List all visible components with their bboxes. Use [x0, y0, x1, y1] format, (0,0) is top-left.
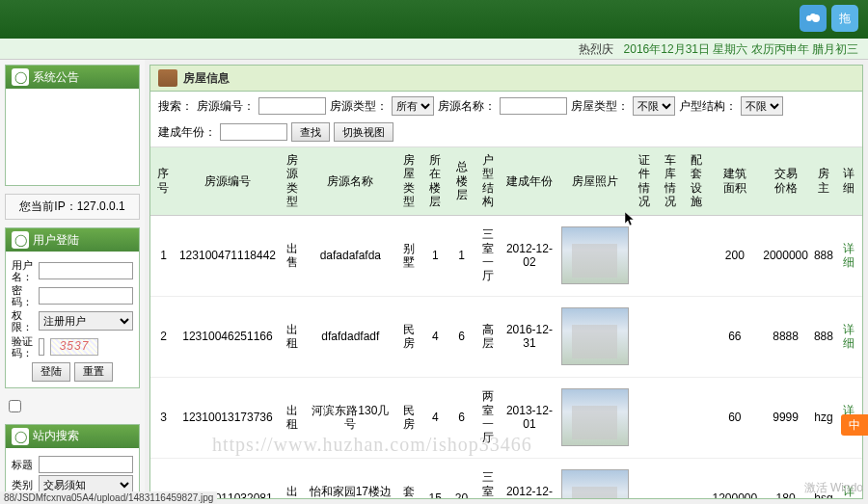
- layout-select[interactable]: 不限: [741, 96, 783, 116]
- cell-code: 123100471118442: [176, 215, 279, 296]
- captcha-image[interactable]: 3537: [50, 338, 98, 356]
- col-header: 交易价格: [760, 147, 811, 215]
- col-header: 总楼层: [448, 147, 475, 215]
- src-name-input[interactable]: [500, 97, 567, 115]
- cell-name: dafadafafda: [305, 215, 396, 296]
- house-thumb[interactable]: [561, 469, 629, 498]
- cell-garage: [658, 215, 684, 296]
- role-label: 权限：: [12, 309, 37, 332]
- cell-layout: 高层: [475, 296, 501, 377]
- username-label: 用户名：: [12, 259, 37, 282]
- role-select[interactable]: 注册用户: [39, 311, 133, 331]
- search-button[interactable]: 查找: [291, 122, 330, 142]
- panel-title: 用户登陆: [33, 232, 79, 249]
- cell-detail[interactable]: 详细: [836, 296, 862, 377]
- toggle-view-button[interactable]: 切换视图: [334, 122, 393, 142]
- year-input[interactable]: [220, 123, 287, 141]
- announce-icon: ◯: [12, 68, 29, 86]
- src-type-select[interactable]: 所有: [392, 96, 434, 116]
- col-header: 房源编号: [176, 147, 279, 215]
- search-bar: 搜索： 房源编号： 房源类型： 所有 房源名称： 房屋类型： 不限 户型结构： …: [150, 92, 862, 147]
- cell-name: 河滨东路130几号: [305, 377, 396, 458]
- cell-floor: 4: [422, 296, 448, 377]
- cell-total: 6: [448, 296, 475, 377]
- username-input[interactable]: [39, 262, 133, 279]
- table-row: 412310011032081出租怡和家园17楼边套套房1520三室一厅2012…: [150, 458, 862, 498]
- cell-idx: 3: [150, 377, 176, 458]
- remember-checkbox[interactable]: [9, 400, 21, 412]
- checkbox-row: [5, 396, 140, 416]
- drag-icon[interactable]: 拖: [831, 5, 858, 32]
- cell-floor: 1: [422, 215, 448, 296]
- panel-title: 站内搜索: [33, 428, 79, 444]
- svg-point-2: [810, 13, 816, 19]
- ime-badge[interactable]: 中: [841, 414, 868, 436]
- col-header: 配套设施: [684, 147, 710, 215]
- cell-year: 2012-12-02: [501, 215, 558, 296]
- col-header: 房源名称: [305, 147, 396, 215]
- col-header: 房屋类型: [396, 147, 422, 215]
- cell-code: 12310013173736: [176, 377, 279, 458]
- cell-garage: [658, 458, 684, 498]
- cell-src: 出租: [279, 296, 305, 377]
- cell-area: 60: [710, 377, 761, 458]
- cell-photo: [558, 215, 632, 296]
- col-header: 房主: [811, 147, 836, 215]
- cell-idx: 2: [150, 296, 176, 377]
- cell-layout: 三室一厅: [475, 215, 501, 296]
- main-header: 房屋信息: [150, 66, 862, 92]
- announce-body: [6, 89, 139, 185]
- captcha-input[interactable]: [39, 338, 44, 356]
- cell-owner: hzg: [811, 377, 836, 458]
- title-search-label: 标题: [12, 459, 37, 470]
- status-bar: 88/JSDMfcxnva05A4/upload/1483116459827.j…: [0, 491, 217, 504]
- ip-box: 您当前IP：127.0.0.1: [5, 194, 140, 220]
- house-type-select[interactable]: 不限: [633, 96, 675, 116]
- cell-cert: [632, 296, 658, 377]
- title-search-input[interactable]: [39, 456, 133, 473]
- layout-label: 户型结构：: [679, 98, 737, 115]
- col-header: 房屋照片: [558, 147, 632, 215]
- captcha-label: 验证码：: [12, 335, 37, 358]
- house-thumb[interactable]: [561, 307, 629, 365]
- cell-photo: [558, 458, 632, 498]
- marquee-text: 热烈庆: [579, 42, 613, 56]
- cell-area: 200: [710, 215, 761, 296]
- house-thumb[interactable]: [561, 388, 629, 446]
- cell-year: 2012-12-01: [501, 458, 558, 498]
- code-input[interactable]: [258, 97, 326, 115]
- col-header: 所在楼层: [422, 147, 448, 215]
- cell-total: 20: [448, 458, 475, 498]
- type-search-label: 类别: [12, 479, 37, 491]
- cell-photo: [558, 296, 632, 377]
- col-header: 建成年份: [501, 147, 558, 215]
- password-input[interactable]: [39, 287, 133, 305]
- cell-idx: 1: [150, 215, 176, 296]
- cell-owner: 888: [811, 296, 836, 377]
- cell-name: dfafdadfadf: [305, 296, 396, 377]
- login-icon: ◯: [12, 231, 29, 249]
- cell-detail[interactable]: 详细: [836, 215, 862, 296]
- cloud-app-icon[interactable]: [800, 5, 827, 32]
- col-header: 证件情况: [632, 147, 658, 215]
- table-row: 312310013173736出租河滨东路130几号民房46两室一厅2013-1…: [150, 377, 862, 458]
- login-button[interactable]: 登陆: [32, 362, 70, 382]
- cell-total: 1: [448, 215, 475, 296]
- cell-fac: [684, 296, 710, 377]
- search-label: 搜索：: [158, 98, 193, 115]
- cell-code: 12310046251166: [176, 296, 279, 377]
- search-panel-icon: ◯: [12, 428, 29, 445]
- cell-garage: [658, 296, 684, 377]
- reset-button[interactable]: 重置: [74, 362, 113, 382]
- cell-total: 6: [448, 377, 475, 458]
- cell-detail[interactable]: 详细: [836, 458, 862, 498]
- house-info-icon: [158, 69, 177, 87]
- cell-htype: 民房: [396, 377, 422, 458]
- code-label: 房源编号：: [197, 98, 255, 115]
- app-header: 拖: [0, 0, 868, 39]
- col-header: 详细: [836, 147, 862, 215]
- cell-fac: [684, 215, 710, 296]
- col-header: 户型结构: [475, 147, 501, 215]
- house-thumb[interactable]: [561, 226, 629, 284]
- cell-cert: [632, 377, 658, 458]
